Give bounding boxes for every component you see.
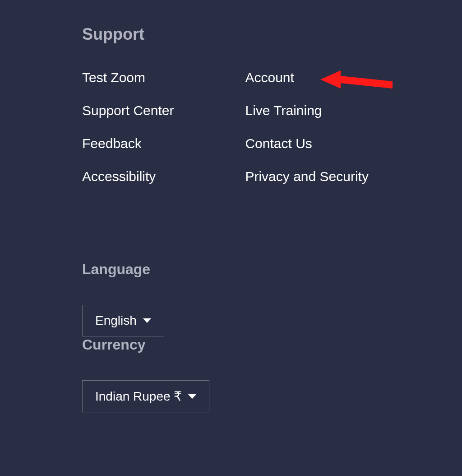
link-test-zoom[interactable]: Test Zoom xyxy=(82,70,174,85)
caret-down-icon xyxy=(143,318,151,323)
support-heading: Support xyxy=(82,25,462,44)
support-links-container: Test Zoom Support Center Feedback Access… xyxy=(82,70,462,184)
caret-down-icon xyxy=(188,394,196,399)
link-contact-us[interactable]: Contact Us xyxy=(245,136,368,151)
support-links-column-2: Account Live Training Contact Us Privacy… xyxy=(245,70,368,184)
footer-language-section: Language English xyxy=(82,261,462,336)
language-selected-value: English xyxy=(95,313,137,328)
footer-currency-section: Currency Indian Rupee ₹ xyxy=(82,336,462,412)
currency-selected-value: Indian Rupee ₹ xyxy=(95,389,182,404)
language-heading: Language xyxy=(82,261,462,278)
footer-support-section: Support Test Zoom Support Center Feedbac… xyxy=(82,25,462,184)
link-feedback[interactable]: Feedback xyxy=(82,136,174,151)
currency-heading: Currency xyxy=(82,336,462,353)
link-live-training[interactable]: Live Training xyxy=(245,103,368,118)
language-dropdown[interactable]: English xyxy=(82,305,164,336)
link-support-center[interactable]: Support Center xyxy=(82,103,174,118)
link-account[interactable]: Account xyxy=(245,70,368,85)
support-links-column-1: Test Zoom Support Center Feedback Access… xyxy=(82,70,174,184)
link-accessibility[interactable]: Accessibility xyxy=(82,169,174,184)
currency-dropdown[interactable]: Indian Rupee ₹ xyxy=(82,380,209,412)
link-privacy-security[interactable]: Privacy and Security xyxy=(245,169,368,184)
